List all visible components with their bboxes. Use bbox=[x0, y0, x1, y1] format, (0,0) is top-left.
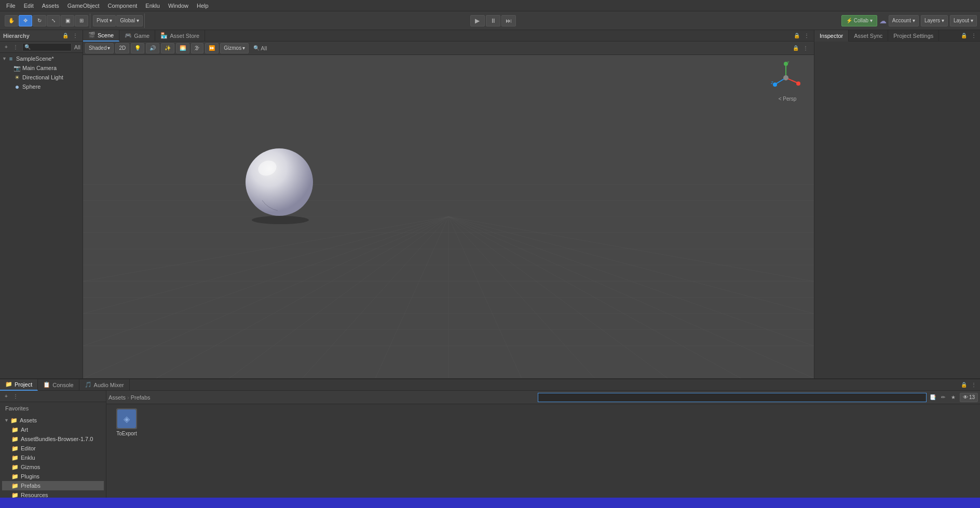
project-main-content[interactable]: ◈ ToExport bbox=[106, 404, 980, 498]
play-button[interactable]: ▶ bbox=[470, 15, 485, 26]
pause-button[interactable]: ⏸ bbox=[486, 15, 500, 26]
search-fav-btn[interactable]: ✏ bbox=[939, 393, 947, 402]
breadcrumb-assets[interactable]: Assets bbox=[108, 394, 126, 401]
scene-lighting-btn[interactable]: 💡 bbox=[131, 43, 144, 53]
game-tab[interactable]: 🎮 Game bbox=[119, 30, 155, 42]
folder-resources[interactable]: 📁 Resources bbox=[2, 490, 104, 498]
menu-file[interactable]: File bbox=[2, 2, 20, 10]
assets-folder-icon: 📁 bbox=[10, 417, 18, 424]
console-tab[interactable]: 📋 Console bbox=[38, 379, 79, 391]
plugins-folder-icon: 📁 bbox=[11, 473, 19, 480]
gizmos-label: Gizmos bbox=[21, 464, 40, 470]
folder-art[interactable]: 📁 Art bbox=[2, 425, 104, 434]
editor-folder-icon: 📁 bbox=[11, 445, 19, 452]
project-more2-btn[interactable]: ⋮ bbox=[11, 392, 20, 401]
audio-mixer-tab[interactable]: 🎵 Audio Mixer bbox=[79, 379, 130, 391]
hand-tool-btn[interactable]: ✋ bbox=[5, 15, 18, 26]
menu-gameobject[interactable]: GameObject bbox=[63, 2, 104, 10]
scene-anim-btn[interactable]: ⏩ bbox=[205, 43, 219, 53]
scene-fog-btn[interactable]: 🌫 bbox=[191, 43, 203, 53]
menu-component[interactable]: Component bbox=[103, 2, 141, 10]
rect-tool-btn[interactable]: ▣ bbox=[61, 15, 74, 26]
step-button[interactable]: ⏭ bbox=[501, 15, 516, 26]
move-tool-btn[interactable]: ✥ bbox=[19, 15, 32, 26]
scene-lock-icon[interactable]: 🔒 bbox=[793, 32, 801, 40]
scene-panel-lock-btn[interactable]: 🔒 bbox=[792, 44, 800, 52]
svg-point-36 bbox=[796, 81, 800, 86]
right-panel: Inspector Asset Sync Project Settings 🔒 … bbox=[814, 30, 980, 378]
global-label: Global bbox=[120, 18, 135, 23]
asset-sync-tab[interactable]: Asset Sync bbox=[849, 30, 888, 42]
project-search-input[interactable] bbox=[538, 393, 927, 402]
hierarchy-camera-item[interactable]: 📷 Main Camera bbox=[0, 63, 83, 73]
hierarchy-add-btn[interactable]: + bbox=[2, 43, 10, 51]
scene-more-icon[interactable]: ⋮ bbox=[802, 32, 811, 40]
folder-assetbundles[interactable]: 📁 AssetBundles-Browser-1.7.0 bbox=[2, 434, 104, 444]
hierarchy-scene-item[interactable]: ▼ ≡ SampleScene* bbox=[0, 54, 83, 63]
project-settings-tab[interactable]: Project Settings bbox=[888, 30, 939, 42]
scene-sky-btn[interactable]: 🌅 bbox=[176, 43, 189, 53]
asset-toexport[interactable]: ◈ ToExport bbox=[108, 406, 145, 438]
breadcrumb-prefabs[interactable]: Prefabs bbox=[131, 394, 151, 401]
search-star-btn[interactable]: ★ bbox=[949, 393, 958, 402]
layers-dropdown-icon: ▾ bbox=[942, 18, 944, 23]
camera-object-icon: 📷 bbox=[13, 64, 21, 72]
folder-enklu[interactable]: 📁 Enklu bbox=[2, 453, 104, 462]
project-add-btn[interactable]: + bbox=[2, 392, 10, 401]
hierarchy-lock-btn[interactable]: 🔒 bbox=[61, 32, 70, 40]
orientation-gizmo[interactable]: Y Z < Persp bbox=[769, 61, 806, 103]
menu-help[interactable]: Help bbox=[193, 2, 213, 10]
asset-store-tab[interactable]: 🏪 Asset Store bbox=[155, 30, 205, 42]
hierarchy-more2-btn[interactable]: ⋮ bbox=[11, 43, 20, 51]
scene-tab[interactable]: 🎬 Scene bbox=[83, 30, 119, 42]
scale-tool-btn[interactable]: ⤡ bbox=[47, 15, 60, 26]
project-tab[interactable]: 📁 Project bbox=[0, 379, 38, 391]
bottom-lock-btn[interactable]: 🔒 bbox=[960, 381, 968, 389]
scene-fx-btn[interactable]: ✨ bbox=[161, 43, 174, 53]
menu-enklu[interactable]: Enklu bbox=[141, 2, 164, 10]
hierarchy-light-item[interactable]: ☀ Directional Light bbox=[0, 73, 83, 82]
gizmos-btn[interactable]: Gizmos ▾ bbox=[220, 43, 249, 53]
inspector-tab[interactable]: Inspector bbox=[814, 30, 849, 42]
hierarchy-more-btn[interactable]: ⋮ bbox=[71, 32, 79, 40]
favorites-label[interactable]: Favorites bbox=[2, 404, 104, 413]
collab-button[interactable]: ⚡ Collab ▾ bbox=[841, 15, 877, 26]
folder-plugins[interactable]: 📁 Plugins bbox=[2, 472, 104, 481]
multi-tool-btn[interactable]: ⊞ bbox=[75, 15, 88, 26]
hierarchy-all-btn[interactable]: All bbox=[74, 44, 80, 50]
menu-assets[interactable]: Assets bbox=[38, 2, 63, 10]
scene-search-icon: 🔍 bbox=[253, 45, 260, 51]
right-panel-lock-btn[interactable]: 🔒 bbox=[960, 32, 968, 40]
hierarchy-sphere-item[interactable]: ● Sphere bbox=[0, 82, 83, 91]
assets-root-item[interactable]: ▼ 📁 Assets bbox=[2, 416, 104, 425]
folder-prefabs[interactable]: 📁 Prefabs bbox=[2, 481, 104, 490]
badge-count-btn[interactable]: 👁 13 bbox=[960, 393, 978, 402]
cloud-icon: ☁ bbox=[879, 17, 887, 25]
enklu-folder-icon: 📁 bbox=[11, 455, 19, 461]
collab-icon: ⚡ bbox=[846, 18, 852, 23]
console-tab-icon: 📋 bbox=[43, 381, 50, 388]
menu-window[interactable]: Window bbox=[164, 2, 193, 10]
2d-btn[interactable]: 2D bbox=[115, 43, 129, 53]
shaded-btn[interactable]: Shaded ▾ bbox=[85, 43, 114, 53]
rotate-tool-btn[interactable]: ↻ bbox=[33, 15, 46, 26]
menu-edit[interactable]: Edit bbox=[20, 2, 38, 10]
pivot-btn[interactable]: Pivot ▾ bbox=[93, 15, 116, 26]
layout-btn[interactable]: Layout ▾ bbox=[950, 15, 977, 26]
right-panel-more-btn[interactable]: ⋮ bbox=[970, 32, 978, 40]
account-btn[interactable]: Account ▾ bbox=[889, 15, 919, 26]
status-bar bbox=[0, 498, 980, 508]
sphere-object[interactable] bbox=[239, 143, 322, 227]
search-type-btn[interactable]: 📑 bbox=[929, 393, 937, 402]
layers-btn[interactable]: Layers ▾ bbox=[921, 15, 948, 26]
bottom-more-btn[interactable]: ⋮ bbox=[970, 381, 978, 389]
folder-gizmos[interactable]: 📁 Gizmos bbox=[2, 462, 104, 472]
scene-panel-more-btn[interactable]: ⋮ bbox=[801, 44, 810, 52]
2d-label: 2D bbox=[119, 45, 126, 51]
scene-audio-btn[interactable]: 🔊 bbox=[146, 43, 159, 53]
project-tab-label: Project bbox=[15, 381, 32, 388]
asset-toexport-icon: ◈ bbox=[116, 408, 137, 429]
scene-canvas[interactable]: Y Z < Persp bbox=[83, 55, 814, 378]
folder-editor[interactable]: 📁 Editor bbox=[2, 444, 104, 453]
global-btn[interactable]: Global ▾ bbox=[116, 15, 143, 26]
